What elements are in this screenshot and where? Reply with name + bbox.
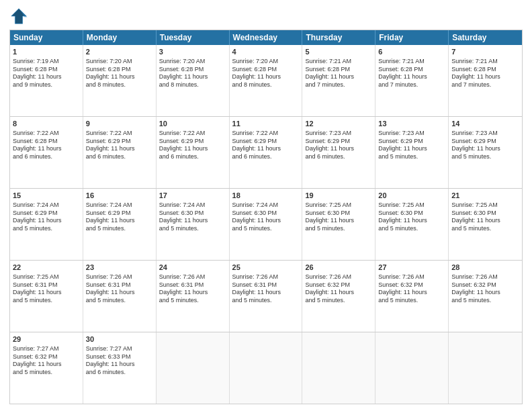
day-info: Sunrise: 7:25 AM Sunset: 6:31 PM Dayligh… bbox=[13, 273, 80, 305]
day-info: Sunrise: 7:25 AM Sunset: 6:30 PM Dayligh… bbox=[451, 201, 519, 233]
day-number: 17 bbox=[159, 191, 226, 201]
day-info: Sunrise: 7:23 AM Sunset: 6:29 PM Dayligh… bbox=[378, 130, 445, 161]
calendar-cell-empty bbox=[302, 332, 375, 404]
day-info: Sunrise: 7:25 AM Sunset: 6:30 PM Dayligh… bbox=[378, 201, 445, 233]
header-day-thursday: Thursday bbox=[302, 30, 375, 45]
calendar-cell-17: 17Sunrise: 7:24 AM Sunset: 6:30 PM Dayli… bbox=[157, 189, 230, 260]
calendar-cell-2: 2Sunrise: 7:20 AM Sunset: 6:28 PM Daylig… bbox=[83, 45, 157, 116]
day-number: 16 bbox=[86, 191, 153, 201]
calendar-cell-19: 19Sunrise: 7:25 AM Sunset: 6:30 PM Dayli… bbox=[302, 189, 375, 260]
calendar-cell-7: 7Sunrise: 7:21 AM Sunset: 6:28 PM Daylig… bbox=[449, 45, 522, 116]
calendar-cell-4: 4Sunrise: 7:20 AM Sunset: 6:28 PM Daylig… bbox=[230, 45, 303, 116]
day-info: Sunrise: 7:26 AM Sunset: 6:31 PM Dayligh… bbox=[86, 273, 153, 305]
day-number: 3 bbox=[159, 47, 226, 57]
day-number: 4 bbox=[232, 47, 300, 57]
calendar-cell-empty bbox=[449, 332, 522, 404]
day-info: Sunrise: 7:21 AM Sunset: 6:28 PM Dayligh… bbox=[378, 58, 445, 89]
day-info: Sunrise: 7:24 AM Sunset: 6:29 PM Dayligh… bbox=[86, 201, 153, 233]
day-number: 10 bbox=[159, 119, 226, 129]
calendar-cell-empty bbox=[375, 332, 449, 404]
day-number: 30 bbox=[86, 334, 153, 345]
day-number: 23 bbox=[86, 263, 153, 273]
day-info: Sunrise: 7:26 AM Sunset: 6:32 PM Dayligh… bbox=[378, 273, 445, 305]
day-number: 12 bbox=[305, 119, 372, 129]
day-number: 20 bbox=[378, 191, 445, 201]
calendar-cell-13: 13Sunrise: 7:23 AM Sunset: 6:29 PM Dayli… bbox=[375, 117, 449, 188]
calendar-row-2: 8Sunrise: 7:22 AM Sunset: 6:28 PM Daylig… bbox=[10, 116, 522, 188]
day-info: Sunrise: 7:23 AM Sunset: 6:29 PM Dayligh… bbox=[451, 130, 519, 161]
logo bbox=[9, 7, 31, 26]
calendar-cell-27: 27Sunrise: 7:26 AM Sunset: 6:32 PM Dayli… bbox=[375, 261, 449, 332]
day-number: 14 bbox=[451, 119, 519, 129]
header-day-tuesday: Tuesday bbox=[157, 30, 230, 45]
calendar-cell-21: 21Sunrise: 7:25 AM Sunset: 6:30 PM Dayli… bbox=[449, 189, 522, 260]
day-info: Sunrise: 7:20 AM Sunset: 6:28 PM Dayligh… bbox=[232, 58, 300, 89]
day-number: 7 bbox=[451, 47, 519, 57]
calendar-cell-1: 1Sunrise: 7:19 AM Sunset: 6:28 PM Daylig… bbox=[10, 45, 83, 116]
calendar-cell-empty bbox=[230, 332, 303, 404]
calendar-cell-empty bbox=[157, 332, 230, 404]
day-info: Sunrise: 7:22 AM Sunset: 6:28 PM Dayligh… bbox=[13, 130, 80, 161]
calendar-row-1: 1Sunrise: 7:19 AM Sunset: 6:28 PM Daylig… bbox=[10, 45, 522, 116]
calendar-cell-29: 29Sunrise: 7:27 AM Sunset: 6:32 PM Dayli… bbox=[10, 332, 83, 404]
day-info: Sunrise: 7:20 AM Sunset: 6:28 PM Dayligh… bbox=[159, 58, 226, 89]
calendar-cell-28: 28Sunrise: 7:26 AM Sunset: 6:32 PM Dayli… bbox=[449, 261, 522, 332]
day-number: 6 bbox=[378, 47, 445, 57]
header bbox=[9, 7, 523, 26]
logo-icon bbox=[9, 7, 28, 26]
calendar-cell-14: 14Sunrise: 7:23 AM Sunset: 6:29 PM Dayli… bbox=[449, 117, 522, 188]
day-info: Sunrise: 7:26 AM Sunset: 6:32 PM Dayligh… bbox=[305, 273, 372, 305]
calendar-cell-18: 18Sunrise: 7:24 AM Sunset: 6:30 PM Dayli… bbox=[230, 189, 303, 260]
day-info: Sunrise: 7:25 AM Sunset: 6:30 PM Dayligh… bbox=[305, 201, 372, 233]
header-day-friday: Friday bbox=[375, 30, 449, 45]
day-number: 9 bbox=[86, 119, 153, 129]
day-info: Sunrise: 7:27 AM Sunset: 6:33 PM Dayligh… bbox=[86, 345, 153, 377]
calendar-body: 1Sunrise: 7:19 AM Sunset: 6:28 PM Daylig… bbox=[10, 45, 522, 404]
day-number: 25 bbox=[232, 263, 300, 273]
day-info: Sunrise: 7:27 AM Sunset: 6:32 PM Dayligh… bbox=[13, 345, 80, 377]
day-number: 8 bbox=[13, 119, 80, 129]
day-info: Sunrise: 7:21 AM Sunset: 6:28 PM Dayligh… bbox=[451, 58, 519, 89]
calendar-cell-11: 11Sunrise: 7:22 AM Sunset: 6:29 PM Dayli… bbox=[230, 117, 303, 188]
day-number: 26 bbox=[305, 263, 372, 273]
day-info: Sunrise: 7:20 AM Sunset: 6:28 PM Dayligh… bbox=[86, 58, 153, 89]
day-number: 24 bbox=[159, 263, 226, 273]
day-number: 5 bbox=[305, 47, 372, 57]
calendar-cell-20: 20Sunrise: 7:25 AM Sunset: 6:30 PM Dayli… bbox=[375, 189, 449, 260]
calendar-cell-22: 22Sunrise: 7:25 AM Sunset: 6:31 PM Dayli… bbox=[10, 261, 83, 332]
calendar-cell-8: 8Sunrise: 7:22 AM Sunset: 6:28 PM Daylig… bbox=[10, 117, 83, 188]
calendar-cell-10: 10Sunrise: 7:22 AM Sunset: 6:29 PM Dayli… bbox=[157, 117, 230, 188]
day-info: Sunrise: 7:22 AM Sunset: 6:29 PM Dayligh… bbox=[86, 130, 153, 161]
calendar-cell-23: 23Sunrise: 7:26 AM Sunset: 6:31 PM Dayli… bbox=[83, 261, 157, 332]
calendar-cell-12: 12Sunrise: 7:23 AM Sunset: 6:29 PM Dayli… bbox=[302, 117, 375, 188]
day-number: 27 bbox=[378, 263, 445, 273]
day-info: Sunrise: 7:19 AM Sunset: 6:28 PM Dayligh… bbox=[13, 58, 80, 89]
calendar-header: SundayMondayTuesdayWednesdayThursdayFrid… bbox=[10, 30, 522, 45]
day-number: 15 bbox=[13, 191, 80, 201]
header-day-wednesday: Wednesday bbox=[230, 30, 303, 45]
day-info: Sunrise: 7:24 AM Sunset: 6:30 PM Dayligh… bbox=[232, 201, 300, 233]
calendar-cell-6: 6Sunrise: 7:21 AM Sunset: 6:28 PM Daylig… bbox=[375, 45, 449, 116]
header-day-saturday: Saturday bbox=[449, 30, 522, 45]
day-info: Sunrise: 7:23 AM Sunset: 6:29 PM Dayligh… bbox=[305, 130, 372, 161]
day-number: 21 bbox=[451, 191, 519, 201]
calendar-cell-24: 24Sunrise: 7:26 AM Sunset: 6:31 PM Dayli… bbox=[157, 261, 230, 332]
day-info: Sunrise: 7:24 AM Sunset: 6:30 PM Dayligh… bbox=[159, 201, 226, 233]
calendar-cell-5: 5Sunrise: 7:21 AM Sunset: 6:28 PM Daylig… bbox=[302, 45, 375, 116]
calendar-cell-3: 3Sunrise: 7:20 AM Sunset: 6:28 PM Daylig… bbox=[157, 45, 230, 116]
day-info: Sunrise: 7:21 AM Sunset: 6:28 PM Dayligh… bbox=[305, 58, 372, 89]
day-number: 22 bbox=[13, 263, 80, 273]
day-number: 28 bbox=[451, 263, 519, 273]
calendar-row-3: 15Sunrise: 7:24 AM Sunset: 6:29 PM Dayli… bbox=[10, 188, 522, 260]
calendar-cell-15: 15Sunrise: 7:24 AM Sunset: 6:29 PM Dayli… bbox=[10, 189, 83, 260]
calendar-cell-25: 25Sunrise: 7:26 AM Sunset: 6:31 PM Dayli… bbox=[230, 261, 303, 332]
calendar-cell-30: 30Sunrise: 7:27 AM Sunset: 6:33 PM Dayli… bbox=[83, 332, 157, 404]
day-number: 18 bbox=[232, 191, 300, 201]
calendar-cell-16: 16Sunrise: 7:24 AM Sunset: 6:29 PM Dayli… bbox=[83, 189, 157, 260]
day-number: 29 bbox=[13, 334, 80, 345]
page: SundayMondayTuesdayWednesdayThursdayFrid… bbox=[0, 0, 532, 411]
day-info: Sunrise: 7:22 AM Sunset: 6:29 PM Dayligh… bbox=[232, 130, 300, 161]
calendar: SundayMondayTuesdayWednesdayThursdayFrid… bbox=[9, 30, 523, 404]
calendar-row-4: 22Sunrise: 7:25 AM Sunset: 6:31 PM Dayli… bbox=[10, 260, 522, 332]
day-info: Sunrise: 7:26 AM Sunset: 6:31 PM Dayligh… bbox=[232, 273, 300, 305]
